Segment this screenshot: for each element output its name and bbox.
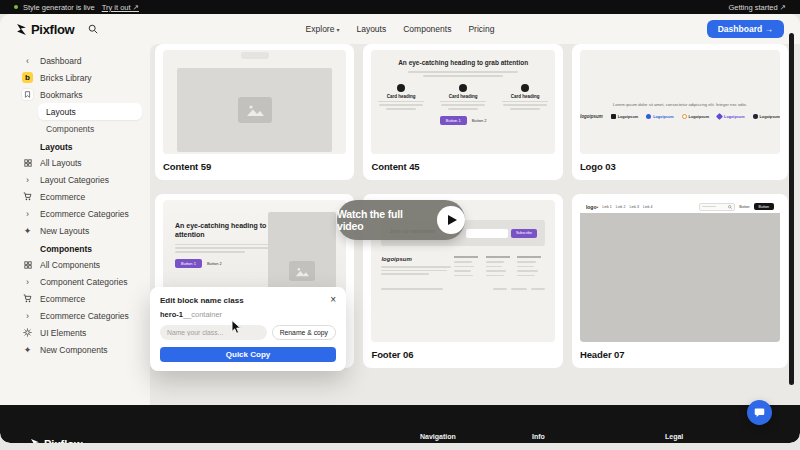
- announcement-bar: Style generator is live Try it out ↗ Get…: [0, 0, 800, 14]
- sidebar-item-dashboard[interactable]: ‹ Dashboard: [18, 52, 142, 69]
- thumb-button-2: Button 2: [472, 118, 487, 123]
- nav-pricing[interactable]: Pricing: [468, 24, 494, 34]
- placeholder-line: [381, 270, 447, 272]
- gear-icon: [22, 327, 33, 338]
- placeholder-line: [441, 104, 485, 106]
- dashboard-button[interactable]: Dashboard →: [707, 20, 784, 38]
- thumb-search-field: [699, 203, 735, 211]
- thumb-button-2: Button 2: [207, 261, 222, 266]
- placeholder-line: [448, 108, 478, 110]
- mouse-cursor: [231, 320, 244, 335]
- grid-icon: [22, 259, 33, 270]
- feature-icon: [459, 84, 467, 92]
- footer-col-navigation: Navigation: [420, 433, 456, 440]
- main-nav: Explore▾ Layouts Components Pricing: [306, 24, 495, 34]
- card-heading-label: Card heading: [511, 94, 540, 99]
- sidebar-item-ecommerce-layouts[interactable]: Ecommerce: [18, 188, 142, 205]
- sidebar-item-ecommerce-component-categories[interactable]: › Ecommerce Categories: [18, 307, 142, 324]
- thumb-nav-link: Link 2: [616, 205, 626, 209]
- footer-col-info: Info: [532, 433, 545, 440]
- chevron-right-icon: ›: [22, 310, 33, 321]
- sidebar-heading-components: Components: [18, 239, 142, 256]
- card-header-07[interactable]: logo• Link 1 Link 2 Link 3 Link 4 Button: [572, 194, 788, 368]
- sidebar-item-new-components[interactable]: ✦ New Components: [18, 341, 142, 358]
- vertical-scrollbar[interactable]: [789, 33, 794, 385]
- placeholder-line: [381, 288, 443, 290]
- sidebar-item-ecommerce-components[interactable]: Ecommerce: [18, 290, 142, 307]
- thumb-nav-link: Link 1: [602, 205, 612, 209]
- sidebar-item-bookmark-components[interactable]: Components: [38, 120, 142, 137]
- thumbnail-header-07: logo• Link 1 Link 2 Link 3 Link 4 Button: [580, 200, 780, 342]
- placeholder-line: [175, 247, 270, 249]
- thumb-button-1: Button 1: [175, 259, 202, 268]
- chat-icon: [754, 407, 765, 418]
- thumb-heading: An eye-catching heading to grab attentio…: [398, 59, 528, 67]
- watch-video-button[interactable]: Watch the full video: [337, 200, 465, 240]
- footer-brand: Pixflow: [30, 438, 83, 443]
- chevron-right-icon: ›: [22, 174, 33, 185]
- card-title: Footer 06: [371, 349, 554, 360]
- sidebar-item-component-categories[interactable]: › Component Categories: [18, 273, 142, 290]
- sidebar-item-ui-elements[interactable]: UI Elements: [18, 324, 142, 341]
- sidebar: ‹ Dashboard b Bricks Library Bookmarks L…: [0, 44, 150, 405]
- placeholder-line: [408, 71, 518, 73]
- card-content-59[interactable]: Content 59: [155, 44, 354, 180]
- app-screen: Style generator is live Try it out ↗ Get…: [0, 0, 800, 450]
- card-title: Header 07: [580, 349, 780, 360]
- logo-mark: Logoipsum: [753, 114, 780, 119]
- card-logo-03[interactable]: Lorem ipsum dolor sit amet, consectetur …: [572, 44, 788, 180]
- thumb-nav-link: Link 4: [643, 205, 653, 209]
- thumbnail-content-59: [163, 50, 346, 154]
- getting-started-link[interactable]: Getting started ↗: [728, 3, 786, 12]
- class-name: hero-1__container: [160, 310, 336, 319]
- sidebar-item-bookmark-layouts[interactable]: Layouts: [38, 103, 142, 120]
- thumb-button-link: Button: [739, 205, 749, 209]
- live-dot-icon: [14, 5, 18, 9]
- subscribe-button: Subscribe: [511, 229, 537, 238]
- nav-components[interactable]: Components: [403, 24, 451, 34]
- sidebar-item-all-components[interactable]: All Components: [18, 256, 142, 273]
- close-icon[interactable]: ×: [330, 295, 336, 305]
- placeholder-line: [175, 244, 275, 246]
- quick-copy-button[interactable]: Quick Copy: [160, 347, 336, 362]
- class-name-input[interactable]: [160, 325, 267, 340]
- sidebar-item-ecommerce-layout-categories[interactable]: › Ecommerce Categories: [18, 205, 142, 222]
- hero-placeholder: [580, 213, 780, 342]
- sidebar-item-layout-categories[interactable]: › Layout Categories: [18, 171, 142, 188]
- placeholder-line: [502, 101, 548, 103]
- email-input-placeholder: [466, 229, 508, 238]
- thumb-nav-link: Link 3: [629, 205, 639, 209]
- footer-col-legal: Legal: [665, 433, 683, 440]
- chevron-left-icon: ‹: [22, 55, 33, 66]
- try-it-out-link[interactable]: Try it out ↗: [102, 3, 139, 12]
- announcement-message: Style generator is live: [23, 3, 95, 12]
- nav-explore[interactable]: Explore▾: [306, 24, 340, 34]
- card-content-45[interactable]: An eye-catching heading to grab attentio…: [363, 44, 562, 180]
- sidebar-item-bookmarks[interactable]: Bookmarks: [18, 86, 142, 103]
- placeholder-line: [493, 288, 507, 290]
- sidebar-item-bricks-library[interactable]: b Bricks Library: [18, 69, 142, 86]
- placeholder-line: [378, 101, 424, 103]
- brand[interactable]: Pixflow: [16, 22, 74, 37]
- cart-icon: [22, 191, 33, 202]
- rename-copy-button[interactable]: Rename & copy: [272, 325, 336, 340]
- card-heading-label: Card heading: [449, 94, 478, 99]
- page-footer: Pixflow Navigation Info Legal: [0, 405, 800, 443]
- nav-layouts[interactable]: Layouts: [356, 24, 386, 34]
- image-icon: [238, 97, 272, 123]
- placeholder-line: [503, 104, 547, 106]
- sidebar-item-new-layouts[interactable]: ✦ New Layouts: [18, 222, 142, 239]
- placeholder-line: [175, 251, 245, 253]
- logo-mark: logo•: [586, 204, 598, 210]
- search-icon[interactable]: [88, 24, 98, 34]
- pixflow-logo-icon: [16, 24, 27, 35]
- feature-icon: [521, 84, 529, 92]
- image-placeholder: [177, 68, 332, 152]
- thumb-button-pill: Button: [754, 203, 774, 210]
- sparkle-icon: ✦: [22, 225, 33, 236]
- chat-widget-button[interactable]: [747, 400, 772, 425]
- sparkle-icon: ✦: [22, 344, 33, 355]
- logo-mark: Logoipsum: [611, 114, 638, 119]
- search-icon: [728, 205, 732, 209]
- sidebar-item-all-layouts[interactable]: All Layouts: [18, 154, 142, 171]
